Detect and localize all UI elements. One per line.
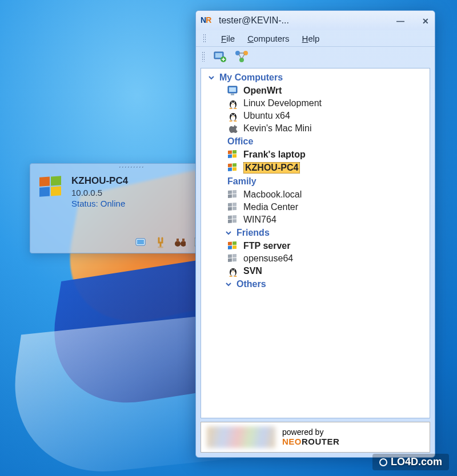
svg-rect-10 [182,239,185,242]
svg-point-28 [234,102,235,103]
add-computer-button[interactable] [212,49,228,64]
computer-node[interactable]: FTP server [202,240,428,252]
svg-rect-39 [228,154,232,158]
computer-label: Linux Development [243,98,322,108]
svg-point-27 [231,102,232,103]
windows-gray-icon [227,253,239,264]
computer-label: Kevin's Mac Mini [243,123,312,134]
tux-icon [227,111,239,121]
windows-icon [227,150,239,160]
titlebar[interactable]: NR tester@KEVIN-... — ✕ [196,11,435,30]
group-family[interactable]: Family [202,175,428,188]
svg-rect-57 [228,241,232,245]
computer-label: opensuse64 [243,253,293,264]
menu-help[interactable]: Help [302,34,320,43]
svg-rect-61 [228,254,232,257]
svg-point-32 [231,115,235,121]
svg-rect-56 [232,219,236,223]
computer-node[interactable]: WIN764 [202,213,428,226]
computer-label: Macbook.local [243,189,302,200]
toolbar-grip[interactable] [202,51,205,62]
binoculars-icon[interactable] [174,237,186,248]
computer-node[interactable]: SVN [202,265,428,277]
remote-desktop-icon[interactable] [135,237,147,248]
svg-rect-54 [232,215,236,219]
svg-point-69 [229,276,232,277]
group-office[interactable]: Office [202,135,428,148]
svg-rect-38 [232,150,236,154]
svg-rect-49 [228,203,232,206]
computer-node[interactable]: KZHOU-PC4 [202,161,428,175]
windows-icon [227,163,239,173]
group-others[interactable]: Others [202,277,428,291]
network-button[interactable] [234,49,250,64]
neorouter-logo-text: NEOROUTER [282,437,339,446]
svg-rect-42 [232,163,236,167]
minimize-button[interactable]: — [396,17,405,25]
svg-rect-17 [215,53,222,58]
windows-logo-icon [38,175,65,208]
computer-label: SVN [243,266,262,276]
svg-rect-40 [232,154,236,158]
computer-node[interactable]: Kevin's Mac Mini [202,122,428,135]
computer-node[interactable]: Media Center [202,201,428,213]
svg-point-66 [231,271,235,276]
tux-icon [227,98,239,108]
computer-node[interactable]: OpenWrt [202,84,428,97]
svg-rect-0 [39,177,50,187]
drag-grip[interactable] [118,166,143,168]
svg-rect-50 [232,203,236,206]
watermark-text: LO4D.com [391,456,442,468]
svg-rect-23 [229,87,236,92]
svg-rect-48 [232,194,236,197]
menu-computers[interactable]: Computers [247,34,289,43]
computer-node[interactable]: Ubuntu x64 [202,110,428,122]
computer-tree[interactable]: My ComputersOpenWrtLinux DevelopmentUbun… [201,68,430,418]
monitor-icon [227,86,239,96]
site-watermark: LO4D.com [372,454,449,470]
app-logo-icon: NR [201,15,214,26]
computer-label: WIN764 [243,215,276,225]
menu-file[interactable]: File [221,34,235,43]
svg-rect-64 [232,258,236,261]
svg-rect-45 [228,190,232,193]
computer-node[interactable]: Linux Development [202,97,428,110]
computer-node[interactable]: opensuse64 [202,252,428,265]
computer-label: OpenWrt [243,86,282,96]
windows-gray-icon [227,215,239,225]
svg-point-34 [234,114,235,115]
group-label: Office [227,136,253,147]
footer-banner[interactable]: powered by NEOROUTER [201,422,430,453]
svg-point-29 [229,108,232,109]
group-label: Friends [236,228,270,238]
powered-by-label: powered by [282,427,339,437]
watermark-bullet-icon [379,458,387,466]
svg-point-35 [229,120,232,122]
windows-icon [227,241,239,251]
svg-rect-2 [39,187,50,197]
wake-icon[interactable] [155,237,166,248]
svg-rect-47 [228,194,232,197]
svg-rect-62 [232,254,236,257]
svg-rect-9 [177,239,179,242]
group-my-computers[interactable]: My Computers [202,71,428,84]
svg-rect-3 [51,186,61,196]
svg-point-70 [234,276,236,277]
computer-node[interactable]: Macbook.local [202,188,428,201]
tux-icon [227,266,239,276]
windows-gray-icon [227,202,239,212]
svg-rect-52 [232,207,236,210]
close-button[interactable]: ✕ [421,17,430,25]
svg-point-30 [234,108,236,109]
svg-rect-55 [228,219,232,223]
group-label: Family [227,176,256,187]
svg-rect-46 [232,190,236,193]
svg-point-6 [158,247,163,248]
menubar-grip[interactable] [203,34,206,43]
computer-node[interactable]: Frank's laptop [202,148,428,161]
group-friends[interactable]: Friends [202,226,428,240]
footer-ad-image [207,426,275,448]
svg-rect-37 [228,150,232,154]
menubar: File Computers Help [196,30,435,46]
group-label: Others [236,279,266,289]
